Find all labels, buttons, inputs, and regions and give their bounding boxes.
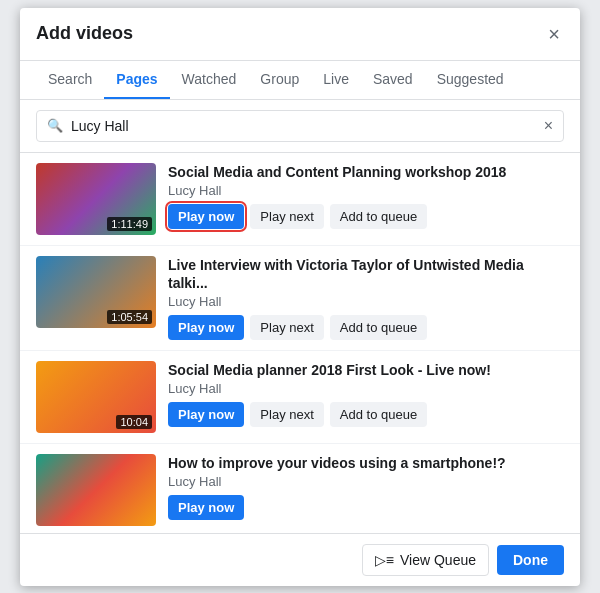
video-author: Lucy Hall: [168, 474, 564, 489]
video-title: Social Media planner 2018 First Look - L…: [168, 361, 564, 379]
view-queue-button[interactable]: ▷≡ View Queue: [362, 544, 489, 576]
tab-saved[interactable]: Saved: [361, 61, 425, 99]
video-actions: Play nowPlay nextAdd to queue: [168, 402, 564, 427]
add-videos-modal: Add videos × SearchPagesWatchedGroupLive…: [20, 8, 580, 586]
play-next-button[interactable]: Play next: [250, 315, 323, 340]
video-item: 10:04Social Media planner 2018 First Loo…: [20, 351, 580, 444]
video-actions: Play nowPlay nextAdd to queue: [168, 315, 564, 340]
play-next-button[interactable]: Play next: [250, 402, 323, 427]
video-title: Social Media and Content Planning worksh…: [168, 163, 564, 181]
modal-title: Add videos: [36, 23, 133, 44]
video-actions: Play now: [168, 495, 564, 520]
queue-icon: ▷≡: [375, 552, 394, 568]
video-thumbnail: 1:11:49: [36, 163, 156, 235]
video-list: 1:11:49Social Media and Content Planning…: [20, 153, 580, 533]
video-info: Social Media planner 2018 First Look - L…: [168, 361, 564, 427]
modal-footer: ▷≡ View Queue Done: [20, 533, 580, 586]
add-to-queue-button[interactable]: Add to queue: [330, 204, 427, 229]
duration-badge: 1:11:49: [107, 217, 152, 231]
search-input-wrapper: 🔍 ×: [36, 110, 564, 142]
video-info: Live Interview with Victoria Taylor of U…: [168, 256, 564, 340]
tab-pages[interactable]: Pages: [104, 61, 169, 99]
video-info: How to improve your videos using a smart…: [168, 454, 564, 520]
video-actions: Play nowPlay nextAdd to queue: [168, 204, 564, 229]
video-thumbnail: 10:04: [36, 361, 156, 433]
tab-watched[interactable]: Watched: [170, 61, 249, 99]
video-item: How to improve your videos using a smart…: [20, 444, 580, 533]
play-now-button[interactable]: Play now: [168, 204, 244, 229]
tab-group[interactable]: Group: [248, 61, 311, 99]
play-now-button[interactable]: Play now: [168, 315, 244, 340]
video-author: Lucy Hall: [168, 294, 564, 309]
video-author: Lucy Hall: [168, 183, 564, 198]
clear-search-button[interactable]: ×: [544, 117, 553, 135]
tabs-bar: SearchPagesWatchedGroupLiveSavedSuggeste…: [20, 61, 580, 100]
duration-badge: 1:05:54: [107, 310, 152, 324]
play-now-button[interactable]: Play now: [168, 495, 244, 520]
video-item: 1:05:54Live Interview with Victoria Tayl…: [20, 246, 580, 351]
video-thumbnail: 1:05:54: [36, 256, 156, 328]
video-title: How to improve your videos using a smart…: [168, 454, 564, 472]
add-to-queue-button[interactable]: Add to queue: [330, 402, 427, 427]
done-button[interactable]: Done: [497, 545, 564, 575]
video-item: 1:11:49Social Media and Content Planning…: [20, 153, 580, 246]
video-info: Social Media and Content Planning worksh…: [168, 163, 564, 229]
tab-live[interactable]: Live: [311, 61, 361, 99]
tab-search[interactable]: Search: [36, 61, 104, 99]
search-input[interactable]: [71, 118, 544, 134]
tab-suggested[interactable]: Suggested: [425, 61, 516, 99]
modal-header: Add videos ×: [20, 8, 580, 61]
view-queue-label: View Queue: [400, 552, 476, 568]
video-author: Lucy Hall: [168, 381, 564, 396]
video-title: Live Interview with Victoria Taylor of U…: [168, 256, 564, 292]
duration-badge: 10:04: [116, 415, 152, 429]
video-thumbnail: [36, 454, 156, 526]
play-now-button[interactable]: Play now: [168, 402, 244, 427]
play-next-button[interactable]: Play next: [250, 204, 323, 229]
close-button[interactable]: ×: [544, 20, 564, 48]
add-to-queue-button[interactable]: Add to queue: [330, 315, 427, 340]
search-bar: 🔍 ×: [20, 100, 580, 153]
search-icon: 🔍: [47, 118, 63, 133]
